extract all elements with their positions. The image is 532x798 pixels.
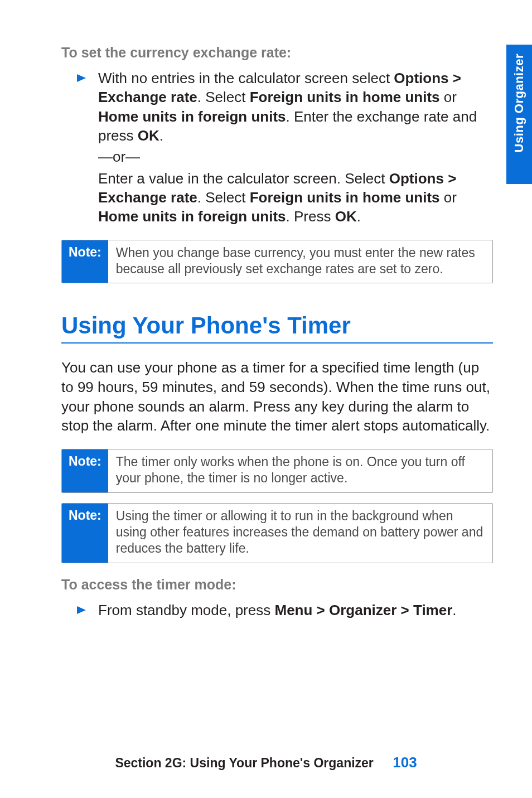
section-title: Using Your Phone's Timer <box>61 312 493 339</box>
text: Enter a value in the calculator screen. … <box>98 170 389 187</box>
note-label: Note: <box>62 240 108 283</box>
text: . Select <box>197 189 250 206</box>
note-label: Note: <box>62 449 108 492</box>
svg-marker-1 <box>77 606 86 614</box>
text: . Select <box>197 89 250 105</box>
note-box: Note: When you change base currency, you… <box>61 240 493 284</box>
note-content: Using the timer or allowing it to run in… <box>108 504 492 563</box>
note-content: When you change base currency, you must … <box>108 240 492 283</box>
arrow-right-icon <box>77 606 86 614</box>
list-item: From standby mode, press Menu > Organize… <box>77 601 493 620</box>
page-number: 103 <box>393 754 417 771</box>
arrow-right-icon <box>77 74 86 82</box>
bold-text: OK <box>335 208 357 225</box>
text: . <box>357 208 361 225</box>
text: or <box>440 189 457 206</box>
list-item: With no entries in the calculator screen… <box>77 69 493 226</box>
text: or <box>440 89 457 105</box>
side-tab: Using Organizer <box>506 45 532 184</box>
note-label: Note: <box>62 504 108 563</box>
svg-marker-0 <box>77 74 86 82</box>
bold-text: Menu > Organizer > Timer <box>274 602 452 618</box>
bold-text: Foreign units in home units <box>250 89 440 105</box>
title-divider <box>61 342 493 344</box>
subheading-timer-access: To access the timer mode: <box>61 577 493 593</box>
footer-section: Section 2G: Using Your Phone's Organizer <box>115 756 373 770</box>
text: From standby mode, press <box>98 602 274 618</box>
step-text: With no entries in the calculator screen… <box>98 69 493 226</box>
subheading-exchange-rate: To set the currency exchange rate: <box>61 45 493 61</box>
text: . <box>159 127 163 144</box>
or-separator: —or— <box>98 147 493 166</box>
bold-text: Foreign units in home units <box>250 189 440 206</box>
text: . Press <box>286 208 335 225</box>
note-content: The timer only works when the phone is o… <box>108 449 492 492</box>
bold-text: OK <box>138 127 159 144</box>
step-text: From standby mode, press Menu > Organize… <box>98 601 457 620</box>
text: . <box>452 602 456 618</box>
bold-text: Home units in foreign units <box>98 208 286 225</box>
page-footer: Section 2G: Using Your Phone's Organizer… <box>0 754 532 771</box>
note-box: Note: The timer only works when the phon… <box>61 449 493 493</box>
side-tab-label: Using Organizer <box>512 54 526 152</box>
page-content: To set the currency exchange rate: With … <box>0 0 532 620</box>
paragraph: You can use your phone as a timer for a … <box>61 358 493 435</box>
bold-text: Home units in foreign units <box>98 108 286 125</box>
text: With no entries in the calculator screen… <box>98 70 394 86</box>
note-box: Note: Using the timer or allowing it to … <box>61 503 493 563</box>
